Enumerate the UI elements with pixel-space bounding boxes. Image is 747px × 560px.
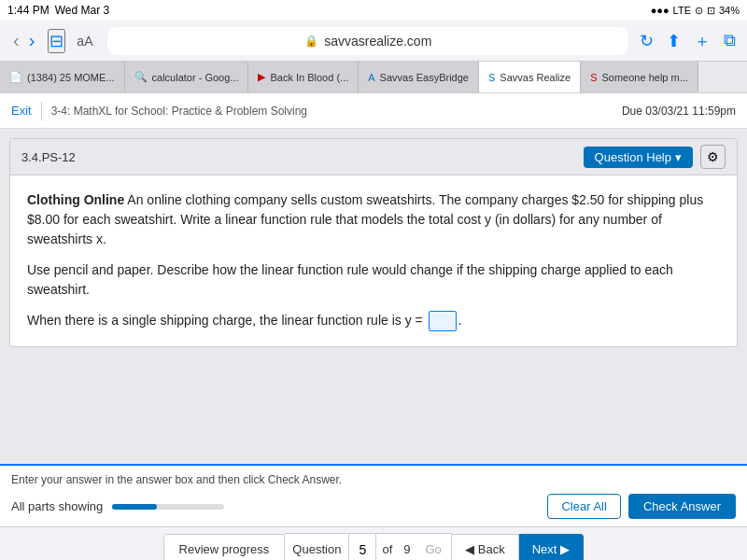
back-arrow-icon: ◀: [465, 542, 474, 556]
answer-suffix: .: [458, 313, 462, 328]
footer-nav: Review progress Question of 9 Go ◀ Back …: [0, 526, 747, 560]
tab-realize[interactable]: S Savvas Realize: [479, 62, 581, 93]
signal-icon: ●●●: [651, 5, 669, 16]
breadcrumb: 3-4: MathXL for School: Practice & Probl…: [51, 105, 307, 118]
tab-someone-help[interactable]: S Someone help m...: [581, 62, 698, 93]
question-number-input[interactable]: [348, 534, 376, 561]
question-answer-row: When there is a single shipping charge, …: [27, 311, 720, 331]
progress-bar-fill: [112, 504, 157, 510]
question-label: Question: [285, 542, 348, 556]
chevron-down-icon: ▾: [675, 150, 682, 164]
all-parts-label: All parts showing: [11, 499, 103, 513]
tab-favicon-5: S: [488, 72, 495, 83]
tab-label-6: Someone help m...: [602, 72, 688, 83]
text-size-button[interactable]: aA: [77, 34, 92, 49]
review-progress-button[interactable]: Review progress: [163, 534, 286, 560]
status-bar: 1:44 PM Wed Mar 3 ●●● LTE ⊙ ⊡ 34%: [0, 0, 747, 21]
due-date: Due 03/03/21 11:59pm: [622, 105, 736, 118]
tab-label-1: (1384) 25 MOME...: [27, 72, 115, 83]
check-answer-button[interactable]: Check Answer: [628, 494, 736, 519]
question-body: Clothing Online An online clothing compa…: [10, 175, 737, 346]
status-date: Wed Mar 3: [55, 4, 109, 17]
question-card: 3.4.PS-12 Question Help ▾ ⚙ Clothing Onl…: [9, 138, 738, 347]
all-parts-group: All parts showing: [11, 499, 224, 513]
back-arrow-button[interactable]: ‹: [11, 30, 21, 51]
bottom-bar-controls: All parts showing Clear All Check Answer: [11, 494, 736, 519]
nav-bar: ‹ › ⊟ aA 🔒 savvasrealize.com ↻ ⬆ ＋ ⧉: [0, 21, 747, 62]
battery-icon: ⊡: [707, 5, 715, 17]
lock-icon: 🔒: [304, 35, 318, 48]
tab-easybridge[interactable]: A Savvas EasyBridge: [359, 62, 479, 93]
tab-back-in-blood[interactable]: ▶ Back In Blood (...: [248, 62, 359, 93]
footer-question-group: Question of 9 Go: [285, 533, 451, 561]
tab-favicon-4: A: [368, 72, 374, 83]
tab-favicon-2: 🔍: [134, 71, 148, 83]
of-label: of: [376, 542, 398, 556]
answer-input-box[interactable]: [429, 311, 457, 331]
question-header-right: Question Help ▾ ⚙: [584, 145, 726, 169]
nav-arrows: ‹ ›: [11, 30, 36, 51]
question-id: 3.4.PS-12: [21, 150, 76, 164]
next-label: Next: [532, 542, 557, 556]
gear-icon: ⚙: [707, 149, 719, 164]
address-bar[interactable]: 🔒 savvasrealize.com: [107, 27, 628, 55]
share-button[interactable]: ⬆: [667, 31, 681, 51]
tab-favicon-3: ▶: [258, 71, 265, 83]
bottom-bar: Enter your answer in the answer box and …: [0, 464, 747, 526]
forward-arrow-button[interactable]: ›: [27, 30, 37, 51]
status-time: 1:44 PM: [7, 4, 49, 17]
progress-bar: [112, 504, 224, 510]
question-main-text: Clothing Online An online clothing compa…: [27, 190, 720, 249]
lte-label: LTE: [673, 5, 691, 16]
question-help-label: Question Help: [595, 150, 671, 164]
app-bar-left: Exit 3-4: MathXL for School: Practice & …: [11, 102, 307, 120]
back-button[interactable]: ◀ Back: [452, 534, 519, 560]
tabs-button[interactable]: ⧉: [724, 31, 736, 50]
content-area: 3.4.PS-12 Question Help ▾ ⚙ Clothing Onl…: [0, 129, 747, 464]
next-button[interactable]: Next ▶: [519, 534, 585, 560]
wifi-icon: ⊙: [695, 5, 703, 17]
app-bar: Exit 3-4: MathXL for School: Practice & …: [0, 93, 747, 129]
clear-all-button[interactable]: Clear All: [547, 494, 620, 519]
question-header: 3.4.PS-12 Question Help ▾ ⚙: [10, 139, 737, 175]
tab-label-2: calculator - Goog...: [152, 72, 239, 83]
tab-label-3: Back In Blood (...: [270, 72, 348, 83]
settings-button[interactable]: ⚙: [700, 145, 726, 169]
tab-label-5: Savvas Realize: [500, 72, 571, 83]
tab-calculator[interactable]: 🔍 calculator - Goog...: [125, 62, 249, 93]
question-title: Clothing Online: [27, 192, 124, 207]
bottom-bar-hint: Enter your answer in the answer box and …: [11, 473, 736, 486]
tab-1384[interactable]: 📄 (1384) 25 MOME...: [0, 62, 125, 93]
reload-button[interactable]: ↻: [640, 31, 654, 51]
next-arrow-icon: ▶: [560, 542, 570, 556]
question-total: 9: [398, 542, 416, 556]
question-body-text: An online clothing company sells custom …: [27, 192, 703, 246]
question-help-button[interactable]: Question Help ▾: [584, 147, 693, 168]
battery-percent: 34%: [719, 5, 740, 16]
exit-button[interactable]: Exit: [11, 104, 32, 118]
new-tab-button[interactable]: ＋: [694, 30, 711, 52]
tab-favicon-1: 📄: [9, 71, 22, 83]
answer-prompt: When there is a single shipping charge, …: [27, 313, 427, 328]
go-button[interactable]: Go: [416, 542, 450, 556]
bookmarks-button[interactable]: ⊟: [48, 29, 65, 53]
url-text: savvasrealize.com: [324, 34, 431, 49]
back-label: Back: [478, 542, 505, 556]
tabs-bar: 📄 (1384) 25 MOME... 🔍 calculator - Goog.…: [0, 62, 747, 93]
divider: [41, 102, 42, 120]
question-sub-text: Use pencil and paper. Describe how the l…: [27, 260, 720, 300]
tab-favicon-6: S: [590, 72, 597, 83]
tab-label-4: Savvas EasyBridge: [380, 72, 469, 83]
nav-actions: ↻ ⬆ ＋ ⧉: [640, 30, 736, 52]
